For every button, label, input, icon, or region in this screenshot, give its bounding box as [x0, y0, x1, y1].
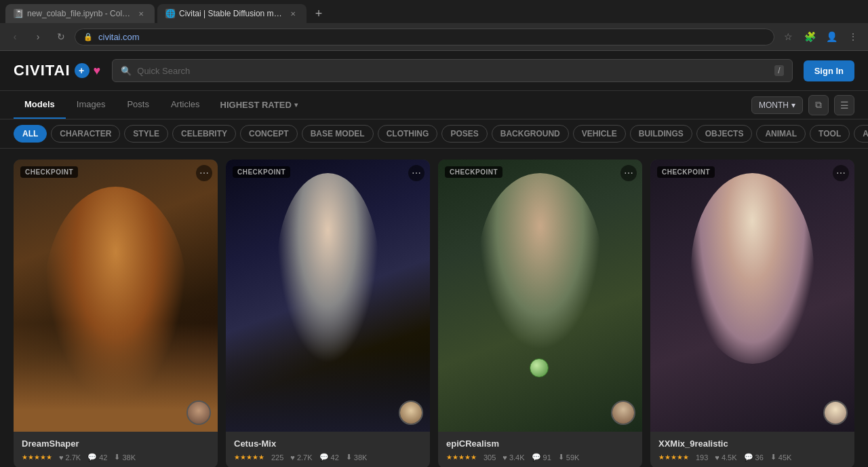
model-card-xxmix[interactable]: CHECKPOINT ⋯ XXMix_9realistic ★★★★★ 193 …	[650, 160, 854, 467]
cetusmix-menu-button[interactable]: ⋯	[408, 165, 425, 181]
epicrealism-rating-count: 305	[484, 453, 496, 462]
profile-button[interactable]: 👤	[822, 27, 841, 46]
cetusmix-downloads: ⬇ 38K	[346, 453, 368, 462]
download-icon: ⬇	[114, 453, 120, 462]
tab-1[interactable]: 📓 new_colab_file.ipynb - Collabora... ✕	[5, 4, 155, 23]
url-text: civitai.com	[98, 32, 140, 42]
cat-concept[interactable]: CONCEPT	[240, 125, 298, 143]
search-placeholder-text: Quick Search	[137, 66, 190, 76]
logo[interactable]: CIVITAI + ♥	[14, 62, 101, 79]
new-tab-button[interactable]: +	[309, 4, 328, 23]
bookmark-star-button[interactable]: ☆	[778, 27, 797, 46]
tab-2-title: Civitai | Stable Diffusion models.	[179, 9, 283, 18]
heart-icon-4: ♥	[715, 453, 719, 462]
download-icon-3: ⬇	[558, 453, 564, 462]
cat-base-model[interactable]: BASE MODEL	[302, 125, 374, 143]
cetusmix-likes: ♥ 2.7K	[290, 453, 312, 462]
month-chevron: ▾	[791, 100, 795, 110]
cat-buildings[interactable]: BUILDINGS	[630, 125, 692, 143]
xxmix-comments: 💬 36	[744, 453, 764, 462]
dreamshaper-stars: ★★★★★	[22, 453, 52, 461]
epicrealism-info: epiCRealism ★★★★★ 305 ♥ 3.4K 💬 91 ⬇ 59K	[438, 432, 642, 467]
model-card-dreamshaper[interactable]: CHECKPOINT ⋯ DreamShaper ★★★★★ ♥ 2.7K 💬 …	[14, 160, 218, 467]
cetusmix-name: Cetus-Mix	[234, 438, 422, 449]
tab-images[interactable]: Images	[66, 91, 117, 119]
heart-icon-2: ♥	[290, 453, 295, 462]
extensions-button[interactable]: 🧩	[800, 27, 819, 46]
cetusmix-info: Cetus-Mix ★★★★★ 225 ♥ 2.7K 💬 42 ⬇ 38K	[226, 432, 430, 467]
highest-rated-dropdown[interactable]: HIGHEST RATED ▾	[211, 94, 307, 115]
dreamshaper-avatar-img	[188, 402, 210, 424]
cat-tool[interactable]: TOOL	[810, 125, 850, 143]
logo-add-button[interactable]: +	[75, 63, 90, 78]
xxmix-checkpoint-badge: CHECKPOINT	[657, 166, 715, 178]
cetusmix-avatar-img	[400, 402, 422, 424]
xxmix-likes: ♥ 4.5K	[715, 453, 736, 462]
signin-button[interactable]: Sign In	[804, 60, 854, 81]
logo-text: CIVITAI	[14, 62, 71, 79]
nav-tabs-bar: Models Images Posts Articles HIGHEST RAT…	[0, 91, 868, 119]
tab-1-favicon: 📓	[14, 9, 23, 18]
xxmix-image: CHECKPOINT ⋯	[650, 160, 854, 432]
cetusmix-rating-count: 225	[271, 453, 283, 462]
tab-2[interactable]: 🌐 Civitai | Stable Diffusion models. ✕	[157, 4, 307, 23]
epicrealism-stats: ★★★★★ 305 ♥ 3.4K 💬 91 ⬇ 59K	[446, 453, 634, 462]
dreamshaper-menu-button[interactable]: ⋯	[196, 165, 212, 181]
cat-objects[interactable]: OBJECTS	[696, 125, 753, 143]
tab-articles[interactable]: Articles	[160, 91, 211, 119]
cat-style[interactable]: STYLE	[124, 125, 168, 143]
tab-models[interactable]: Models	[14, 91, 66, 119]
highest-rated-chevron: ▾	[294, 101, 298, 109]
dreamshaper-name: DreamShaper	[22, 438, 210, 449]
dreamshaper-checkpoint-badge: CHECKPOINT	[20, 166, 78, 178]
site-header: CIVITAI + ♥ 🔍 Quick Search / Sign In	[0, 51, 868, 91]
refresh-button[interactable]: ↻	[52, 27, 71, 46]
back-button[interactable]: ‹	[5, 27, 24, 46]
epicrealism-menu-button[interactable]: ⋯	[620, 165, 637, 181]
dreamshaper-image-bg	[14, 160, 218, 432]
search-slash-key: /	[774, 65, 783, 76]
search-bar[interactable]: 🔍 Quick Search /	[112, 59, 792, 82]
cat-character[interactable]: CHARACTER	[51, 125, 120, 143]
month-select[interactable]: MONTH ▾	[751, 96, 803, 114]
dreamshaper-downloads: ⬇ 38K	[114, 453, 136, 462]
address-bar[interactable]: 🔒 civitai.com	[75, 29, 774, 45]
model-card-cetusmix[interactable]: CHECKPOINT ⋯ Cetus-Mix ★★★★★ 225 ♥ 2.7K …	[226, 160, 430, 467]
model-card-epicrealism[interactable]: CHECKPOINT ⋯ epiCRealism ★★★★★ 305 ♥ 3.4…	[438, 160, 642, 467]
tab-2-close[interactable]: ✕	[288, 8, 298, 19]
cetusmix-stats: ★★★★★ 225 ♥ 2.7K 💬 42 ⬇ 38K	[234, 453, 422, 462]
cat-clothing[interactable]: CLOTHING	[378, 125, 438, 143]
cat-all[interactable]: ALL	[14, 125, 47, 143]
epicrealism-image-bg	[438, 160, 642, 432]
dreamshaper-comments: 💬 42	[87, 453, 107, 462]
xxmix-stats: ★★★★★ 193 ♥ 4.5K 💬 36 ⬇ 45K	[658, 453, 846, 462]
cat-animal[interactable]: ANIMAL	[756, 125, 806, 143]
download-icon-4: ⬇	[770, 453, 776, 462]
cetusmix-comments: 💬 42	[319, 453, 339, 462]
cat-poses[interactable]: POSES	[441, 125, 487, 143]
forward-button[interactable]: ›	[28, 27, 47, 46]
comment-icon-3: 💬	[532, 453, 541, 462]
layout-icon-button[interactable]: ☰	[834, 95, 854, 115]
epicrealism-likes: ♥ 3.4K	[502, 453, 524, 462]
model-grid: CHECKPOINT ⋯ DreamShaper ★★★★★ ♥ 2.7K 💬 …	[0, 149, 868, 467]
cat-background[interactable]: BACKGROUND	[492, 125, 569, 143]
heart-icon: ♥	[59, 453, 64, 462]
xxmix-avatar-img	[825, 402, 846, 424]
epicrealism-name: epiCRealism	[446, 438, 634, 449]
menu-button[interactable]: ⋮	[844, 27, 863, 46]
tab-2-favicon: 🌐	[165, 9, 175, 18]
cetusmix-image-bg	[226, 160, 430, 432]
tab-1-title: new_colab_file.ipynb - Collabora...	[27, 9, 132, 18]
cetusmix-stars: ★★★★★	[234, 453, 264, 461]
cat-action[interactable]: ACTION	[854, 125, 868, 143]
xxmix-menu-button[interactable]: ⋯	[833, 165, 849, 181]
nav-actions: ☆ 🧩 👤 ⋮	[778, 27, 863, 46]
tab-1-close[interactable]: ✕	[136, 8, 146, 19]
xxmix-rating-count: 193	[696, 453, 708, 462]
filter-icon-button[interactable]: ⧉	[808, 95, 829, 115]
logo-heart-icon[interactable]: ♥	[94, 64, 102, 78]
cat-celebrity[interactable]: CELEBRITY	[172, 125, 236, 143]
cat-vehicle[interactable]: VEHICLE	[573, 125, 626, 143]
tab-posts[interactable]: Posts	[116, 91, 160, 119]
